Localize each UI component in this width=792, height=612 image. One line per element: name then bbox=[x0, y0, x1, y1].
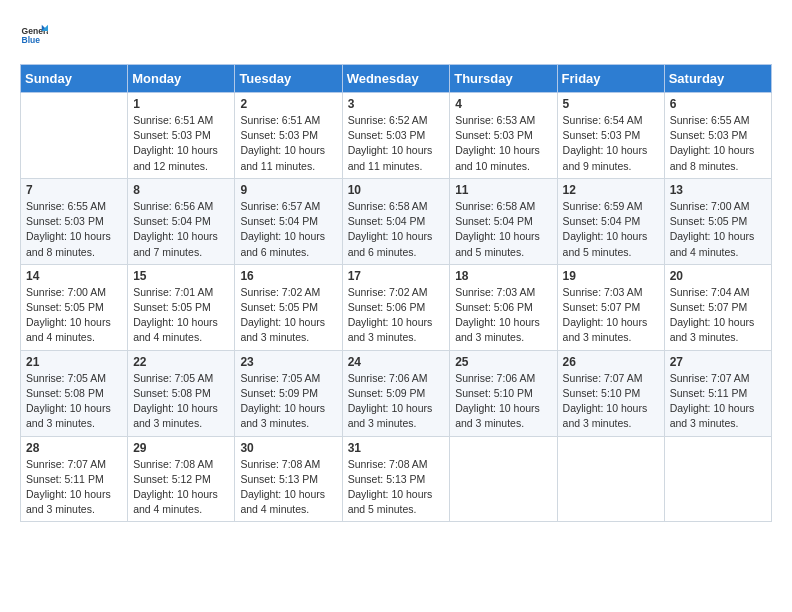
day-header-thursday: Thursday bbox=[450, 65, 557, 93]
calendar-week-row: 28Sunrise: 7:07 AM Sunset: 5:11 PM Dayli… bbox=[21, 436, 772, 522]
day-number: 14 bbox=[26, 269, 122, 283]
cell-info: Sunrise: 7:00 AM Sunset: 5:05 PM Dayligh… bbox=[670, 199, 766, 260]
page-header: General Blue bbox=[20, 20, 772, 48]
cell-info: Sunrise: 7:02 AM Sunset: 5:05 PM Dayligh… bbox=[240, 285, 336, 346]
cell-info: Sunrise: 7:03 AM Sunset: 5:07 PM Dayligh… bbox=[563, 285, 659, 346]
cell-info: Sunrise: 7:05 AM Sunset: 5:08 PM Dayligh… bbox=[26, 371, 122, 432]
day-header-tuesday: Tuesday bbox=[235, 65, 342, 93]
calendar-cell: 15Sunrise: 7:01 AM Sunset: 5:05 PM Dayli… bbox=[128, 264, 235, 350]
day-number: 9 bbox=[240, 183, 336, 197]
cell-info: Sunrise: 6:51 AM Sunset: 5:03 PM Dayligh… bbox=[240, 113, 336, 174]
day-number: 24 bbox=[348, 355, 445, 369]
calendar-week-row: 14Sunrise: 7:00 AM Sunset: 5:05 PM Dayli… bbox=[21, 264, 772, 350]
day-number: 12 bbox=[563, 183, 659, 197]
cell-info: Sunrise: 7:07 AM Sunset: 5:10 PM Dayligh… bbox=[563, 371, 659, 432]
cell-info: Sunrise: 6:57 AM Sunset: 5:04 PM Dayligh… bbox=[240, 199, 336, 260]
day-number: 22 bbox=[133, 355, 229, 369]
calendar-cell: 20Sunrise: 7:04 AM Sunset: 5:07 PM Dayli… bbox=[664, 264, 771, 350]
day-number: 4 bbox=[455, 97, 551, 111]
cell-info: Sunrise: 7:05 AM Sunset: 5:08 PM Dayligh… bbox=[133, 371, 229, 432]
calendar-cell: 26Sunrise: 7:07 AM Sunset: 5:10 PM Dayli… bbox=[557, 350, 664, 436]
calendar-header-row: SundayMondayTuesdayWednesdayThursdayFrid… bbox=[21, 65, 772, 93]
day-number: 28 bbox=[26, 441, 122, 455]
calendar-week-row: 1Sunrise: 6:51 AM Sunset: 5:03 PM Daylig… bbox=[21, 93, 772, 179]
day-number: 23 bbox=[240, 355, 336, 369]
day-header-sunday: Sunday bbox=[21, 65, 128, 93]
day-number: 5 bbox=[563, 97, 659, 111]
day-number: 8 bbox=[133, 183, 229, 197]
day-header-saturday: Saturday bbox=[664, 65, 771, 93]
cell-info: Sunrise: 6:55 AM Sunset: 5:03 PM Dayligh… bbox=[670, 113, 766, 174]
day-number: 18 bbox=[455, 269, 551, 283]
calendar-cell: 5Sunrise: 6:54 AM Sunset: 5:03 PM Daylig… bbox=[557, 93, 664, 179]
cell-info: Sunrise: 6:51 AM Sunset: 5:03 PM Dayligh… bbox=[133, 113, 229, 174]
calendar-cell bbox=[557, 436, 664, 522]
cell-info: Sunrise: 6:54 AM Sunset: 5:03 PM Dayligh… bbox=[563, 113, 659, 174]
calendar-cell: 19Sunrise: 7:03 AM Sunset: 5:07 PM Dayli… bbox=[557, 264, 664, 350]
day-number: 31 bbox=[348, 441, 445, 455]
day-number: 26 bbox=[563, 355, 659, 369]
calendar-cell: 31Sunrise: 7:08 AM Sunset: 5:13 PM Dayli… bbox=[342, 436, 450, 522]
logo: General Blue bbox=[20, 20, 48, 48]
cell-info: Sunrise: 6:55 AM Sunset: 5:03 PM Dayligh… bbox=[26, 199, 122, 260]
calendar-cell: 11Sunrise: 6:58 AM Sunset: 5:04 PM Dayli… bbox=[450, 178, 557, 264]
cell-info: Sunrise: 6:56 AM Sunset: 5:04 PM Dayligh… bbox=[133, 199, 229, 260]
calendar-cell: 22Sunrise: 7:05 AM Sunset: 5:08 PM Dayli… bbox=[128, 350, 235, 436]
calendar-cell: 14Sunrise: 7:00 AM Sunset: 5:05 PM Dayli… bbox=[21, 264, 128, 350]
calendar-cell: 16Sunrise: 7:02 AM Sunset: 5:05 PM Dayli… bbox=[235, 264, 342, 350]
calendar-cell: 9Sunrise: 6:57 AM Sunset: 5:04 PM Daylig… bbox=[235, 178, 342, 264]
day-header-wednesday: Wednesday bbox=[342, 65, 450, 93]
calendar-week-row: 7Sunrise: 6:55 AM Sunset: 5:03 PM Daylig… bbox=[21, 178, 772, 264]
calendar-cell: 18Sunrise: 7:03 AM Sunset: 5:06 PM Dayli… bbox=[450, 264, 557, 350]
day-header-monday: Monday bbox=[128, 65, 235, 93]
calendar-cell: 10Sunrise: 6:58 AM Sunset: 5:04 PM Dayli… bbox=[342, 178, 450, 264]
cell-info: Sunrise: 6:53 AM Sunset: 5:03 PM Dayligh… bbox=[455, 113, 551, 174]
calendar-cell: 7Sunrise: 6:55 AM Sunset: 5:03 PM Daylig… bbox=[21, 178, 128, 264]
day-number: 30 bbox=[240, 441, 336, 455]
day-number: 7 bbox=[26, 183, 122, 197]
day-number: 10 bbox=[348, 183, 445, 197]
cell-info: Sunrise: 7:03 AM Sunset: 5:06 PM Dayligh… bbox=[455, 285, 551, 346]
day-header-friday: Friday bbox=[557, 65, 664, 93]
calendar-cell: 1Sunrise: 6:51 AM Sunset: 5:03 PM Daylig… bbox=[128, 93, 235, 179]
calendar-cell: 25Sunrise: 7:06 AM Sunset: 5:10 PM Dayli… bbox=[450, 350, 557, 436]
calendar-cell bbox=[450, 436, 557, 522]
cell-info: Sunrise: 6:52 AM Sunset: 5:03 PM Dayligh… bbox=[348, 113, 445, 174]
cell-info: Sunrise: 6:59 AM Sunset: 5:04 PM Dayligh… bbox=[563, 199, 659, 260]
calendar-cell: 27Sunrise: 7:07 AM Sunset: 5:11 PM Dayli… bbox=[664, 350, 771, 436]
logo-icon: General Blue bbox=[20, 20, 48, 48]
day-number: 20 bbox=[670, 269, 766, 283]
calendar-cell: 17Sunrise: 7:02 AM Sunset: 5:06 PM Dayli… bbox=[342, 264, 450, 350]
calendar-cell: 23Sunrise: 7:05 AM Sunset: 5:09 PM Dayli… bbox=[235, 350, 342, 436]
calendar-cell: 29Sunrise: 7:08 AM Sunset: 5:12 PM Dayli… bbox=[128, 436, 235, 522]
day-number: 1 bbox=[133, 97, 229, 111]
calendar-cell: 24Sunrise: 7:06 AM Sunset: 5:09 PM Dayli… bbox=[342, 350, 450, 436]
calendar-week-row: 21Sunrise: 7:05 AM Sunset: 5:08 PM Dayli… bbox=[21, 350, 772, 436]
day-number: 11 bbox=[455, 183, 551, 197]
day-number: 19 bbox=[563, 269, 659, 283]
day-number: 15 bbox=[133, 269, 229, 283]
calendar-cell: 2Sunrise: 6:51 AM Sunset: 5:03 PM Daylig… bbox=[235, 93, 342, 179]
calendar-cell: 13Sunrise: 7:00 AM Sunset: 5:05 PM Dayli… bbox=[664, 178, 771, 264]
cell-info: Sunrise: 7:04 AM Sunset: 5:07 PM Dayligh… bbox=[670, 285, 766, 346]
calendar-cell: 6Sunrise: 6:55 AM Sunset: 5:03 PM Daylig… bbox=[664, 93, 771, 179]
day-number: 3 bbox=[348, 97, 445, 111]
calendar-cell: 4Sunrise: 6:53 AM Sunset: 5:03 PM Daylig… bbox=[450, 93, 557, 179]
cell-info: Sunrise: 7:08 AM Sunset: 5:12 PM Dayligh… bbox=[133, 457, 229, 518]
cell-info: Sunrise: 7:01 AM Sunset: 5:05 PM Dayligh… bbox=[133, 285, 229, 346]
cell-info: Sunrise: 7:06 AM Sunset: 5:09 PM Dayligh… bbox=[348, 371, 445, 432]
cell-info: Sunrise: 7:07 AM Sunset: 5:11 PM Dayligh… bbox=[26, 457, 122, 518]
calendar-cell bbox=[21, 93, 128, 179]
cell-info: Sunrise: 7:08 AM Sunset: 5:13 PM Dayligh… bbox=[348, 457, 445, 518]
day-number: 6 bbox=[670, 97, 766, 111]
day-number: 29 bbox=[133, 441, 229, 455]
day-number: 17 bbox=[348, 269, 445, 283]
calendar-cell: 12Sunrise: 6:59 AM Sunset: 5:04 PM Dayli… bbox=[557, 178, 664, 264]
cell-info: Sunrise: 6:58 AM Sunset: 5:04 PM Dayligh… bbox=[348, 199, 445, 260]
cell-info: Sunrise: 7:07 AM Sunset: 5:11 PM Dayligh… bbox=[670, 371, 766, 432]
svg-text:Blue: Blue bbox=[22, 35, 41, 45]
calendar-cell: 28Sunrise: 7:07 AM Sunset: 5:11 PM Dayli… bbox=[21, 436, 128, 522]
day-number: 2 bbox=[240, 97, 336, 111]
cell-info: Sunrise: 7:08 AM Sunset: 5:13 PM Dayligh… bbox=[240, 457, 336, 518]
calendar-cell: 30Sunrise: 7:08 AM Sunset: 5:13 PM Dayli… bbox=[235, 436, 342, 522]
